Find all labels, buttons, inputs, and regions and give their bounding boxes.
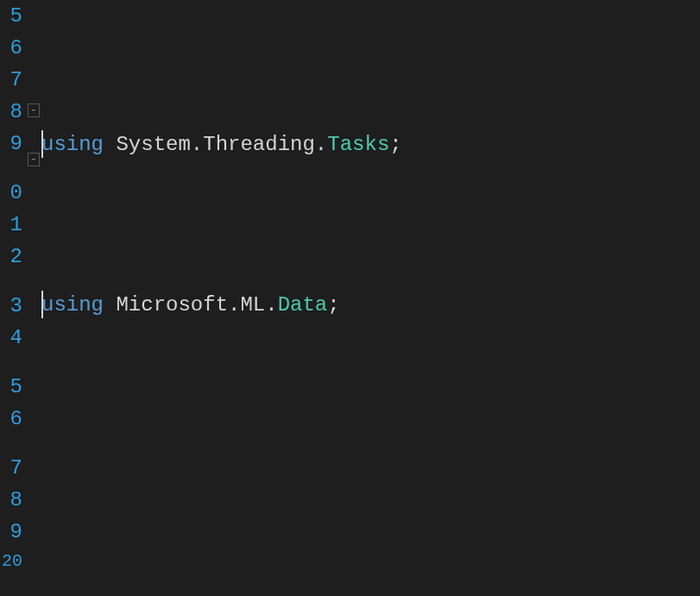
semicolon: ; xyxy=(389,133,401,156)
namespace-path: Microsoft.ML. xyxy=(116,293,277,317)
line-number: 6 xyxy=(0,403,22,435)
code-editor[interactable]: using System.Threading.Tasks; using Micr… xyxy=(41,0,700,596)
type-name: Tasks xyxy=(327,133,389,156)
line-number: 7 xyxy=(0,64,22,96)
line-number: 5 xyxy=(0,0,22,32)
code-line[interactable]: using Microsoft.ML.Data; xyxy=(41,289,700,321)
keyword-using: using xyxy=(41,293,104,317)
namespace-path: System.Threading. xyxy=(116,133,327,156)
line-number: 8 xyxy=(0,96,22,128)
code-line[interactable] xyxy=(41,449,700,480)
line-number: 7 xyxy=(0,452,22,484)
line-number: 8 xyxy=(0,484,22,516)
line-number: 9 xyxy=(0,516,22,548)
line-number: 4 xyxy=(0,322,22,354)
fold-toggle-icon[interactable]: - xyxy=(28,153,40,166)
line-number: 1 xyxy=(0,209,22,241)
line-number: 3 xyxy=(0,290,22,322)
type-name: Data xyxy=(278,293,328,317)
line-number-gutter: 5 6 7 8 9 0 1 2 3 4 5 6 7 8 9 20 xyxy=(0,0,28,596)
line-number: 0 xyxy=(0,177,22,209)
fold-toggle-icon[interactable]: - xyxy=(28,104,40,117)
line-number: 6 xyxy=(0,32,22,64)
keyword-using: using xyxy=(41,133,104,156)
line-number: 2 xyxy=(0,241,22,273)
line-number: 5 xyxy=(0,371,22,403)
line-number: 20 xyxy=(0,548,22,556)
semicolon: ; xyxy=(327,293,339,317)
line-number: 9 xyxy=(0,128,22,160)
fold-column: - - xyxy=(28,0,41,596)
code-line[interactable]: using System.Threading.Tasks; xyxy=(41,129,700,160)
